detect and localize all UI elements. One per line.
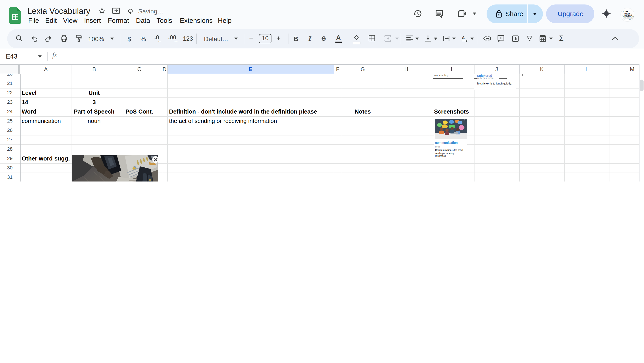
svg-text:A: A bbox=[462, 35, 465, 40]
